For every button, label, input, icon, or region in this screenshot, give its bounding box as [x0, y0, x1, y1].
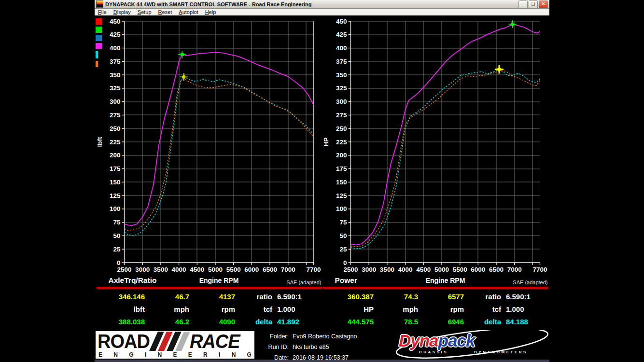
speed-cursor2-value: 46.2	[145, 318, 189, 326]
rre-stripes	[154, 332, 186, 351]
chart-title: Power	[335, 276, 358, 284]
svg-text:7000: 7000	[507, 266, 522, 273]
torque-current-run-line	[125, 52, 314, 225]
delta-label: delta	[235, 318, 272, 326]
plot-power: 0255075100125150175200225250275300325350…	[322, 18, 548, 286]
run-slot-magenta-swatch	[96, 43, 102, 49]
menu-item-display[interactable]: Display	[110, 9, 134, 15]
run-slot-green-swatch	[96, 27, 102, 33]
yellow-cursor-marker[interactable]	[180, 73, 188, 81]
tcf-label: tcf	[235, 305, 272, 313]
x-tick-labels: 2500300035004000450050005500600065007000…	[117, 266, 321, 273]
dynapack-logo: Dynapack CHASSIS DYNAMOMETERS	[391, 330, 549, 360]
svg-text:4500: 4500	[416, 266, 431, 273]
chart-title: AxleTrq/Ratio	[109, 276, 157, 284]
svg-text:425: 425	[110, 31, 121, 38]
window-bottom-border	[95, 360, 549, 362]
minimize-button[interactable]: _	[518, 0, 528, 8]
title-bar: DYNAPACK 44 4WD with SMART CONTROL SOFTW…	[95, 0, 549, 9]
menu-item-file[interactable]: File	[95, 9, 110, 15]
close-button[interactable]: ✕	[539, 0, 548, 8]
svg-text:3000: 3000	[135, 266, 150, 273]
screen: DYNAPACK 44 4WD with SMART CONTROL SOFTW…	[0, 0, 644, 362]
power-current-run-line	[351, 25, 540, 245]
green-cursor-marker[interactable]	[178, 51, 186, 58]
plot-torque: 0255075100125150175200225250275300325350…	[96, 18, 322, 286]
svg-text:425: 425	[336, 31, 347, 38]
delta-value: 41.892	[277, 318, 299, 326]
app-window: DYNAPACK 44 4WD with SMART CONTROL SOFTW…	[95, 0, 549, 362]
svg-text:25: 25	[113, 246, 121, 253]
ratio-value: 6.590:1	[277, 292, 302, 301]
power-cursor2-value: 444.575	[323, 318, 374, 326]
separator-bar-right	[323, 287, 548, 289]
svg-text:6000: 6000	[244, 266, 259, 273]
svg-text:5000: 5000	[208, 266, 223, 273]
rpm-unit: rpm	[418, 305, 464, 313]
svg-text:7700: 7700	[532, 266, 547, 273]
dynapack-word-pack: pack	[438, 331, 475, 350]
road-race-engineering-logo: ROAD RACE ENGINEERING	[95, 330, 255, 360]
run-slot-orange-swatch	[96, 61, 98, 67]
gridlines	[125, 21, 314, 263]
menu-bar: FileDisplaySetupResetAutoplotHelp	[95, 9, 549, 16]
sae-note: SAE (adapted)	[513, 279, 547, 285]
svg-text:150: 150	[110, 179, 121, 186]
svg-text:100: 100	[336, 205, 347, 212]
speed-cursor2-value: 78.5	[374, 318, 418, 326]
ratio-label: ratio	[235, 292, 272, 301]
session-runid: Run ID:hks turbo e85	[257, 344, 389, 350]
y-axis-title: lbft	[96, 137, 103, 147]
svg-text:225: 225	[110, 139, 121, 146]
svg-text:6500: 6500	[489, 266, 504, 273]
svg-text:6500: 6500	[263, 266, 277, 273]
svg-text:175: 175	[110, 165, 121, 172]
svg-text:50: 50	[339, 232, 347, 239]
menu-item-setup[interactable]: Setup	[134, 9, 155, 15]
tcf-value: 1.000	[277, 305, 295, 313]
delta-label: delta	[464, 318, 501, 326]
svg-text:150: 150	[336, 179, 347, 186]
svg-text:175: 175	[336, 165, 347, 172]
svg-text:7000: 7000	[281, 266, 295, 273]
speed-cursor1-value: 46.7	[145, 292, 189, 301]
svg-text:6000: 6000	[471, 266, 485, 273]
speed-cursor1-value: 74.3	[374, 292, 418, 301]
y-axis-title: HP	[322, 138, 330, 147]
rpm-cursor1-value: 4137	[189, 292, 235, 301]
power-cursor1-value: 360.387	[323, 292, 374, 301]
svg-text:4000: 4000	[398, 266, 413, 273]
restore-button[interactable]: ❏	[529, 0, 538, 8]
delta-value: 84.188	[506, 318, 528, 326]
dynapack-sub-dynamometers: DYNAMOMETERS	[474, 350, 528, 354]
x-tick-labels: 2500300035004000450050005500600065007000…	[343, 266, 547, 273]
speed-unit: mph	[374, 305, 418, 313]
svg-text:0: 0	[343, 259, 347, 266]
menu-item-reset[interactable]: Reset	[155, 9, 176, 15]
run-slot-red-swatch	[96, 18, 102, 25]
svg-text:125: 125	[110, 192, 121, 199]
svg-text:375: 375	[336, 58, 347, 65]
rpm-cursor1-value: 6577	[418, 292, 464, 301]
svg-text:100: 100	[110, 205, 121, 212]
svg-text:350: 350	[110, 71, 121, 79]
svg-text:200: 200	[336, 152, 347, 159]
axes	[122, 21, 314, 265]
power-unit: HP	[323, 305, 374, 313]
torque-cursor2-value: 388.038	[95, 318, 145, 326]
speed-unit: mph	[145, 305, 189, 313]
svg-text:50: 50	[113, 232, 120, 239]
svg-text:2500: 2500	[117, 266, 131, 273]
dyno-charts-canvas[interactable]: 0255075100125150175200225250275300325350…	[95, 16, 549, 330]
svg-text:5500: 5500	[226, 266, 241, 273]
separator-bar-left	[97, 287, 322, 289]
svg-text:75: 75	[113, 219, 121, 226]
app-icon	[96, 0, 103, 8]
menu-item-autoplot[interactable]: Autoplot	[175, 9, 201, 15]
menu-item-help[interactable]: Help	[202, 9, 220, 15]
svg-text:300: 300	[110, 98, 121, 105]
rpm-cursor2-value: 4090	[189, 318, 235, 326]
svg-text:7700: 7700	[306, 266, 321, 273]
svg-text:5500: 5500	[453, 266, 467, 273]
torque-unit: lbft	[95, 305, 145, 313]
